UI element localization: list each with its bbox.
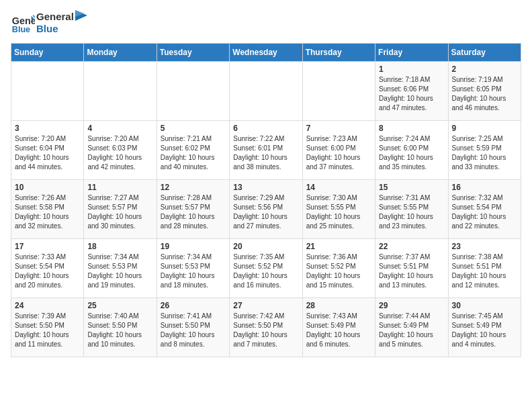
calendar-cell: 25Sunrise: 7:40 AM Sunset: 5:50 PM Dayli… [84,298,157,357]
day-info: Sunrise: 7:28 AM Sunset: 5:57 PM Dayligh… [161,193,226,231]
day-number: 26 [161,301,226,310]
calendar-week-4: 17Sunrise: 7:33 AM Sunset: 5:54 PM Dayli… [11,239,521,298]
calendar-cell: 15Sunrise: 7:31 AM Sunset: 5:55 PM Dayli… [375,180,448,239]
day-info: Sunrise: 7:18 AM Sunset: 6:06 PM Dayligh… [379,75,444,113]
day-number: 28 [306,301,371,310]
calendar-cell: 18Sunrise: 7:34 AM Sunset: 5:53 PM Dayli… [84,239,157,298]
calendar-cell: 11Sunrise: 7:27 AM Sunset: 5:57 PM Dayli… [84,180,157,239]
day-number: 29 [379,301,444,310]
day-number: 14 [306,183,371,192]
day-number: 15 [379,183,444,192]
day-number: 24 [15,301,80,310]
calendar-cell: 13Sunrise: 7:29 AM Sunset: 5:56 PM Dayli… [230,180,302,239]
day-number: 20 [233,242,298,251]
weekday-header-friday: Friday [375,44,448,62]
day-info: Sunrise: 7:22 AM Sunset: 6:01 PM Dayligh… [233,134,298,172]
logo-icon: General Blue [11,11,35,35]
day-number: 18 [87,242,152,251]
day-number: 25 [87,301,152,310]
day-number: 3 [15,124,80,133]
day-info: Sunrise: 7:44 AM Sunset: 5:49 PM Dayligh… [379,312,444,349]
calendar-cell: 8Sunrise: 7:24 AM Sunset: 6:00 PM Daylig… [375,121,448,180]
day-number: 1 [379,64,444,74]
day-number: 9 [452,124,517,133]
calendar-cell: 6Sunrise: 7:22 AM Sunset: 6:01 PM Daylig… [230,121,302,180]
weekday-header-wednesday: Wednesday [230,44,302,62]
day-info: Sunrise: 7:32 AM Sunset: 5:54 PM Dayligh… [452,193,517,231]
calendar-cell: 26Sunrise: 7:41 AM Sunset: 5:50 PM Dayli… [157,298,229,357]
logo-general: General [36,11,74,23]
calendar-cell: 2Sunrise: 7:19 AM Sunset: 6:05 PM Daylig… [448,62,521,121]
calendar-cell: 10Sunrise: 7:26 AM Sunset: 5:58 PM Dayli… [11,180,84,239]
logo-flag-icon [75,10,89,30]
day-number: 16 [452,183,517,192]
calendar-cell: 12Sunrise: 7:28 AM Sunset: 5:57 PM Dayli… [157,180,229,239]
weekday-header-tuesday: Tuesday [157,44,229,62]
calendar-cell: 20Sunrise: 7:35 AM Sunset: 5:52 PM Dayli… [230,239,302,298]
day-info: Sunrise: 7:34 AM Sunset: 5:53 PM Dayligh… [87,253,152,290]
weekday-header-sunday: Sunday [11,44,84,62]
day-number: 5 [161,124,226,133]
weekday-header-thursday: Thursday [302,44,375,62]
calendar-cell: 22Sunrise: 7:37 AM Sunset: 5:51 PM Dayli… [375,239,448,298]
day-number: 6 [233,124,298,133]
day-info: Sunrise: 7:29 AM Sunset: 5:56 PM Dayligh… [233,193,298,231]
calendar-cell: 28Sunrise: 7:43 AM Sunset: 5:49 PM Dayli… [302,298,375,357]
day-number: 30 [452,301,517,310]
logo: General Blue General Blue [11,11,89,35]
calendar-cell [11,62,84,121]
calendar-cell [302,62,375,121]
logo-blue: Blue [36,23,74,35]
svg-text:Blue: Blue [12,25,30,34]
day-number: 17 [15,242,80,251]
day-info: Sunrise: 7:33 AM Sunset: 5:54 PM Dayligh… [15,253,80,290]
day-info: Sunrise: 7:30 AM Sunset: 5:55 PM Dayligh… [306,193,371,231]
weekday-header-monday: Monday [84,44,157,62]
day-number: 23 [452,242,517,251]
calendar-cell [84,62,157,121]
calendar-cell: 16Sunrise: 7:32 AM Sunset: 5:54 PM Dayli… [448,180,521,239]
calendar-cell: 5Sunrise: 7:21 AM Sunset: 6:02 PM Daylig… [157,121,229,180]
day-number: 19 [161,242,226,251]
day-info: Sunrise: 7:34 AM Sunset: 5:53 PM Dayligh… [161,253,226,290]
calendar-cell: 21Sunrise: 7:36 AM Sunset: 5:52 PM Dayli… [302,239,375,298]
day-info: Sunrise: 7:35 AM Sunset: 5:52 PM Dayligh… [233,253,298,290]
day-info: Sunrise: 7:39 AM Sunset: 5:50 PM Dayligh… [15,312,80,349]
calendar-week-5: 24Sunrise: 7:39 AM Sunset: 5:50 PM Dayli… [11,298,521,357]
day-info: Sunrise: 7:36 AM Sunset: 5:52 PM Dayligh… [306,253,371,290]
calendar-cell: 4Sunrise: 7:20 AM Sunset: 6:03 PM Daylig… [84,121,157,180]
calendar-week-2: 3Sunrise: 7:20 AM Sunset: 6:04 PM Daylig… [11,121,521,180]
day-info: Sunrise: 7:20 AM Sunset: 6:04 PM Dayligh… [15,134,80,172]
day-info: Sunrise: 7:40 AM Sunset: 5:50 PM Dayligh… [87,312,152,349]
day-number: 8 [379,124,444,133]
day-number: 27 [233,301,298,310]
day-number: 7 [306,124,371,133]
day-info: Sunrise: 7:45 AM Sunset: 5:49 PM Dayligh… [452,312,517,349]
day-info: Sunrise: 7:25 AM Sunset: 5:59 PM Dayligh… [452,134,517,172]
day-info: Sunrise: 7:31 AM Sunset: 5:55 PM Dayligh… [379,193,444,231]
day-number: 12 [161,183,226,192]
calendar-cell: 24Sunrise: 7:39 AM Sunset: 5:50 PM Dayli… [11,298,84,357]
day-number: 22 [379,242,444,251]
calendar-cell: 23Sunrise: 7:38 AM Sunset: 5:51 PM Dayli… [448,239,521,298]
day-number: 10 [15,183,80,192]
day-info: Sunrise: 7:42 AM Sunset: 5:50 PM Dayligh… [233,312,298,349]
day-number: 13 [233,183,298,192]
day-info: Sunrise: 7:26 AM Sunset: 5:58 PM Dayligh… [15,193,80,231]
day-info: Sunrise: 7:21 AM Sunset: 6:02 PM Dayligh… [161,134,226,172]
calendar-cell: 30Sunrise: 7:45 AM Sunset: 5:49 PM Dayli… [448,298,521,357]
day-number: 21 [306,242,371,251]
weekday-header-row: SundayMondayTuesdayWednesdayThursdayFrid… [11,44,521,62]
day-info: Sunrise: 7:41 AM Sunset: 5:50 PM Dayligh… [161,312,226,349]
calendar-cell: 27Sunrise: 7:42 AM Sunset: 5:50 PM Dayli… [230,298,302,357]
calendar-cell: 17Sunrise: 7:33 AM Sunset: 5:54 PM Dayli… [11,239,84,298]
calendar-cell: 14Sunrise: 7:30 AM Sunset: 5:55 PM Dayli… [302,180,375,239]
calendar-cell: 9Sunrise: 7:25 AM Sunset: 5:59 PM Daylig… [448,121,521,180]
calendar-week-3: 10Sunrise: 7:26 AM Sunset: 5:58 PM Dayli… [11,180,521,239]
page-header: General Blue General Blue [11,11,521,35]
day-info: Sunrise: 7:23 AM Sunset: 6:00 PM Dayligh… [306,134,371,172]
day-info: Sunrise: 7:19 AM Sunset: 6:05 PM Dayligh… [452,75,517,113]
calendar-cell: 1Sunrise: 7:18 AM Sunset: 6:06 PM Daylig… [375,62,448,121]
day-info: Sunrise: 7:37 AM Sunset: 5:51 PM Dayligh… [379,253,444,290]
calendar-cell [157,62,229,121]
